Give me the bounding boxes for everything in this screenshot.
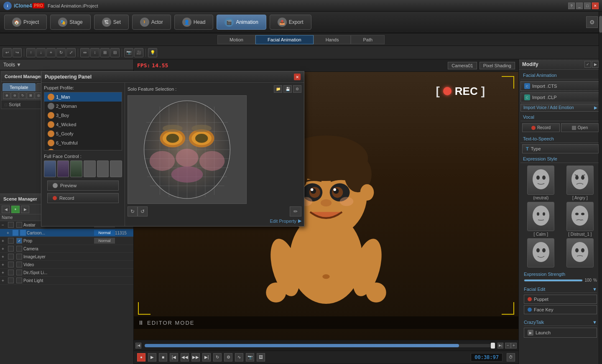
s-check[interactable]: [16, 270, 22, 275]
subnav-hands[interactable]: Hands: [314, 35, 351, 44]
face-thumb-2[interactable]: [57, 160, 69, 177]
nav-set[interactable]: 🏗 Set: [94, 15, 129, 30]
grid-btn[interactable]: ⊟: [110, 48, 120, 57]
face-thumb-3[interactable]: [70, 160, 82, 177]
subtool-2[interactable]: ⊖: [11, 92, 18, 99]
import-cts-btn[interactable]: C Import .CTS: [520, 81, 600, 91]
expr-extra1[interactable]: [522, 238, 560, 268]
edit-property-btn[interactable]: Edit Property ▶: [128, 218, 301, 224]
stop-btn[interactable]: ■: [159, 353, 167, 361]
face-rotate-btn[interactable]: ↻: [128, 206, 138, 216]
loop-btn[interactable]: ↻: [213, 353, 222, 361]
expr-calm[interactable]: [ Calm ]: [522, 202, 560, 237]
subnav-motion[interactable]: Motion: [217, 35, 255, 44]
f-check[interactable]: [8, 238, 14, 244]
expr-distrust[interactable]: [ Distrust_1 ]: [561, 202, 599, 237]
puppet-panel-close[interactable]: ✕: [294, 74, 301, 80]
timeline-track[interactable]: [145, 344, 494, 347]
right-panel-scroll[interactable]: Facial Animation C Import .CTS C Import …: [519, 70, 602, 364]
table-row[interactable]: + Video: [0, 261, 133, 269]
right-panel-expand[interactable]: ▶: [592, 61, 599, 68]
zoom-in-btn[interactable]: +: [511, 343, 517, 349]
move-btn[interactable]: ↑: [26, 48, 36, 57]
camera-playback-btn[interactable]: 📷: [246, 353, 254, 361]
close-btn[interactable]: ✕: [592, 3, 599, 9]
cam2-btn[interactable]: 🎥: [134, 48, 143, 57]
subnav-facial-animation[interactable]: Facial Animation: [255, 35, 314, 44]
pause-icon[interactable]: ⏸: [138, 319, 144, 326]
nav-settings-icon[interactable]: ⚙: [586, 16, 598, 28]
import-voice-btn[interactable]: Import Voice / Add Emotion ▶: [520, 104, 600, 112]
nav-head[interactable]: 👤 Head: [174, 15, 214, 30]
puppet-profile-man[interactable]: 1_Man: [44, 92, 122, 102]
puppet-profile-boy[interactable]: 3_Boy: [44, 111, 122, 120]
puppet-profile-list[interactable]: 1_Man 2_Woman 3_Boy 4_Wicked 5_Goofy: [44, 92, 122, 150]
zoom-out-btn[interactable]: −: [505, 343, 511, 349]
face-edit-btn[interactable]: ✏: [290, 206, 301, 216]
rewind-btn[interactable]: ◀◀: [181, 353, 189, 361]
s-check[interactable]: [16, 262, 22, 267]
face-thumb-4[interactable]: [84, 160, 96, 177]
timeline-end-btn[interactable]: ▶|: [497, 343, 503, 349]
nav-export[interactable]: 📤 Export: [270, 15, 311, 30]
face-key-btn[interactable]: Face Key: [524, 305, 597, 314]
subtool-3[interactable]: ↻: [19, 92, 26, 99]
timeline-start-btn[interactable]: |◀: [135, 343, 141, 349]
help-btn[interactable]: ?: [568, 3, 575, 9]
add-btn[interactable]: +: [46, 48, 56, 57]
f-check[interactable]: [8, 222, 14, 228]
s-check[interactable]: [16, 277, 22, 283]
rotate-btn[interactable]: ↻: [56, 48, 66, 57]
puppet-profile-attractive[interactable]: 7_Attractive: [44, 148, 122, 150]
next-keyframe-btn[interactable]: ▶|: [202, 353, 211, 361]
solo-save-btn[interactable]: 💾: [283, 85, 292, 93]
f-check[interactable]: [8, 277, 14, 283]
record-puppet-btn[interactable]: Record: [47, 193, 119, 203]
puppet-profile-wicked[interactable]: 4_Wicked: [44, 120, 122, 129]
scene-add-btn[interactable]: +: [11, 206, 20, 213]
f-check[interactable]: [8, 246, 14, 252]
table-row[interactable]: + Camera: [0, 245, 133, 253]
cam1-btn[interactable]: 📷: [124, 48, 133, 57]
expr-neutral[interactable]: (neutral): [522, 165, 560, 200]
forward-btn[interactable]: ▶▶: [191, 353, 200, 361]
s-check[interactable]: [16, 222, 22, 228]
f-check[interactable]: [8, 270, 14, 275]
nav-project[interactable]: 🏠 Project: [4, 15, 47, 30]
solo-settings-btn[interactable]: ⚙: [293, 85, 301, 93]
face-thumb-1[interactable]: [44, 160, 56, 177]
subtool-4[interactable]: ⊞: [27, 92, 34, 99]
s-check[interactable]: ✓: [16, 238, 22, 244]
timeline-thumb[interactable]: [491, 343, 495, 349]
vocal-record-btn[interactable]: Record: [522, 123, 560, 132]
face-reset-btn[interactable]: ↺: [138, 206, 148, 216]
launch-btn[interactable]: ▶ Launch: [524, 328, 597, 338]
settings-btn[interactable]: ⚙: [224, 353, 232, 361]
nav-animation[interactable]: 🎬 Animation: [217, 15, 266, 30]
nav-actor[interactable]: 🚶 Actor: [132, 15, 171, 30]
table-row[interactable]: + Dir./Spot Li...: [0, 269, 133, 277]
face-thumb-6[interactable]: [110, 160, 122, 177]
down-btn[interactable]: ↓: [36, 48, 46, 57]
expr-extra2[interactable]: [561, 238, 599, 268]
path-btn[interactable]: ∿: [235, 353, 243, 361]
puppet-profile-woman[interactable]: 2_Woman: [44, 102, 122, 111]
redo-btn[interactable]: ↪: [13, 48, 22, 57]
record-btn[interactable]: ●: [137, 353, 145, 361]
table-row[interactable]: + Cartoon... Normal 11315: [0, 229, 133, 237]
subtool-1[interactable]: ⊕: [3, 92, 10, 99]
minimize-btn[interactable]: _: [576, 3, 583, 9]
puppet-profile-youthful[interactable]: 6_Youthful: [44, 138, 122, 148]
puppet-btn[interactable]: Puppet: [524, 295, 597, 304]
preview-btn[interactable]: Preview: [47, 181, 119, 191]
fps-timer-btn[interactable]: ⏱: [507, 353, 515, 361]
right-scroll-indicator[interactable]: [599, 12, 602, 364]
right-panel-check[interactable]: ✓: [584, 61, 591, 68]
tab-template[interactable]: Template: [3, 83, 36, 91]
f-check[interactable]: [8, 254, 14, 260]
table-row[interactable]: + ImageLayer: [0, 253, 133, 261]
camera-selector[interactable]: Camera01: [448, 62, 477, 69]
puppet-profile-goofy[interactable]: 5_Goofy: [44, 129, 122, 138]
s-check[interactable]: [16, 246, 22, 252]
solo-open-btn[interactable]: 📁: [274, 85, 282, 93]
